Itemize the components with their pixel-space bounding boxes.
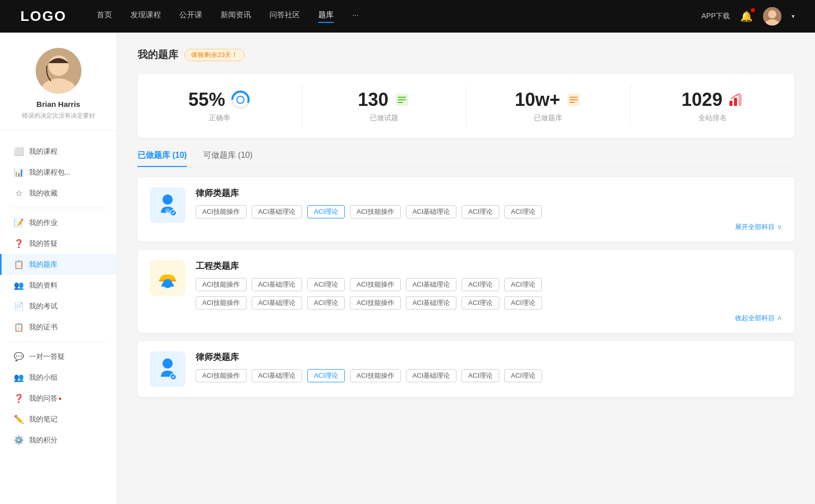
sidebar-item-group[interactable]: 👥 我的小组 bbox=[0, 367, 117, 388]
qbank-title-lawyer-1: 律师类题库 bbox=[196, 187, 782, 199]
sidebar-divider-2 bbox=[10, 342, 106, 342]
tag-engineer-1-5[interactable]: ACI理论 bbox=[461, 278, 499, 291]
tag-lawyer-1-6[interactable]: ACI理论 bbox=[504, 205, 542, 218]
sidebar-item-favorites[interactable]: ☆ 我的收藏 bbox=[0, 183, 117, 204]
nav-qa[interactable]: 问答社区 bbox=[269, 10, 300, 23]
collapse-link-engineer-1[interactable]: 收起全部科目 ∧ bbox=[196, 314, 782, 323]
tab-available-banks[interactable]: 可做题库 (10) bbox=[203, 150, 253, 167]
points-icon: ⚙️ bbox=[14, 435, 24, 445]
svg-rect-15 bbox=[569, 99, 578, 100]
group-icon: 👥 bbox=[14, 373, 24, 382]
sidebar-item-questions[interactable]: ❓ 我的问答 ● bbox=[0, 388, 117, 409]
sidebar-item-points[interactable]: ⚙️ 我的积分 bbox=[0, 430, 117, 451]
sidebar-item-one-on-one[interactable]: 💬 一对一答疑 bbox=[0, 346, 117, 367]
tag-engineer-2-6[interactable]: ACI理论 bbox=[504, 296, 542, 310]
sidebar-item-question-bank[interactable]: 📋 我的题库 bbox=[0, 254, 117, 275]
tag-engineer-2-3[interactable]: ACI技能操作 bbox=[350, 296, 401, 310]
sidebar-label-notes: 我的笔记 bbox=[29, 415, 58, 424]
app-download-link[interactable]: APP下载 bbox=[701, 12, 730, 21]
nav-news[interactable]: 新闻资讯 bbox=[221, 10, 251, 23]
sidebar-item-courses[interactable]: ⬜ 我的课程 bbox=[0, 141, 117, 162]
nav-home[interactable]: 首页 bbox=[97, 10, 112, 23]
stat-done-questions: 130 已做试题 bbox=[302, 84, 467, 128]
svg-point-25 bbox=[162, 358, 173, 369]
done-questions-icon bbox=[394, 92, 410, 108]
tag-engineer-2-2[interactable]: ACI理论 bbox=[307, 296, 345, 310]
sidebar-divider-1 bbox=[10, 208, 106, 208]
qbank-title-lawyer-2: 律师类题库 bbox=[196, 351, 782, 363]
qbank-title-engineer-1: 工程类题库 bbox=[196, 260, 782, 272]
svg-point-1 bbox=[768, 10, 776, 18]
sidebar-label-course-packages: 我的课程包... bbox=[29, 168, 71, 177]
page-header: 我的题库 体验剩余23天！ bbox=[138, 48, 795, 62]
notification-icon[interactable]: 🔔 bbox=[740, 10, 753, 22]
engineer-icon-1 bbox=[155, 265, 180, 291]
tag-lawyer-1-2[interactable]: ACI理论 bbox=[307, 205, 345, 218]
sidebar-label-one-on-one: 一对一答疑 bbox=[29, 352, 65, 361]
sidebar-item-exam[interactable]: 📄 我的考试 bbox=[0, 296, 117, 317]
stat-site-rank-value: 1029 bbox=[682, 89, 722, 110]
tag-engineer-1-2[interactable]: ACI理论 bbox=[307, 278, 345, 291]
page-title: 我的题库 bbox=[138, 48, 178, 62]
engineer-icon-box-1 bbox=[150, 260, 185, 296]
tag-lawyer-2-5[interactable]: ACI理论 bbox=[461, 369, 499, 382]
stat-site-rank: 1029 全站排名 bbox=[631, 84, 795, 128]
tag-engineer-2-1[interactable]: ACI基础理论 bbox=[252, 296, 303, 310]
favorites-icon: ☆ bbox=[14, 188, 24, 198]
notification-badge bbox=[751, 8, 755, 12]
sidebar-label-questions: 我的问答 bbox=[29, 394, 58, 403]
qbank-card-lawyer-1: 律师类题库 ACI技能操作 ACI基础理论 ACI理论 ACI技能操作 ACI基… bbox=[138, 177, 795, 242]
tag-lawyer-1-0[interactable]: ACI技能操作 bbox=[196, 205, 247, 218]
sidebar-item-profile[interactable]: 👥 我的资料 bbox=[0, 275, 117, 296]
sidebar-item-course-packages[interactable]: 📊 我的课程包... bbox=[0, 162, 117, 183]
sidebar-label-profile: 我的资料 bbox=[29, 281, 58, 290]
tag-lawyer-1-1[interactable]: ACI基础理论 bbox=[252, 205, 303, 218]
nav-open-course[interactable]: 公开课 bbox=[179, 10, 202, 23]
tag-engineer-2-0[interactable]: ACI技能操作 bbox=[196, 296, 247, 310]
exam-icon: 📄 bbox=[14, 301, 24, 311]
svg-rect-12 bbox=[398, 102, 403, 103]
tag-lawyer-2-6[interactable]: ACI理论 bbox=[504, 369, 542, 382]
questions-badge: ● bbox=[59, 396, 62, 401]
tag-lawyer-2-3[interactable]: ACI技能操作 bbox=[350, 369, 401, 382]
sidebar-item-answers[interactable]: ❓ 我的答疑 bbox=[0, 233, 117, 254]
tags-row-lawyer-1: ACI技能操作 ACI基础理论 ACI理论 ACI技能操作 ACI基础理论 AC… bbox=[196, 205, 782, 218]
tag-engineer-1-4[interactable]: ACI基础理论 bbox=[406, 278, 457, 291]
topnav-right: APP下载 🔔 ▾ bbox=[701, 7, 795, 25]
tag-lawyer-1-4[interactable]: ACI基础理论 bbox=[406, 205, 457, 218]
tag-engineer-1-3[interactable]: ACI技能操作 bbox=[350, 278, 401, 291]
tag-lawyer-1-3[interactable]: ACI技能操作 bbox=[350, 205, 401, 218]
profile-avatar bbox=[36, 48, 82, 94]
expand-link-lawyer-1[interactable]: 展开全部科目 ∨ bbox=[196, 222, 782, 232]
sidebar: Brian Harris 错误的决定比没有决定要好 ⬜ 我的课程 📊 我的课程包… bbox=[0, 33, 117, 504]
sidebar-item-certificate[interactable]: 📋 我的证书 bbox=[0, 317, 117, 338]
tag-lawyer-2-4[interactable]: ACI基础理论 bbox=[406, 369, 457, 382]
tag-lawyer-2-2[interactable]: ACI理论 bbox=[307, 369, 345, 382]
profile-icon: 👥 bbox=[14, 281, 24, 290]
tab-done-banks[interactable]: 已做题库 (10) bbox=[138, 150, 187, 167]
tag-engineer-1-1[interactable]: ACI基础理论 bbox=[252, 278, 303, 291]
answers-icon: ❓ bbox=[14, 239, 24, 248]
sidebar-item-notes[interactable]: ✏️ 我的笔记 bbox=[0, 409, 117, 430]
stat-done-banks-value: 10w+ bbox=[515, 89, 560, 110]
tag-engineer-2-4[interactable]: ACI基础理论 bbox=[406, 296, 457, 310]
tag-engineer-1-0[interactable]: ACI技能操作 bbox=[196, 278, 247, 291]
one-on-one-icon: 💬 bbox=[14, 352, 24, 361]
tag-engineer-2-5[interactable]: ACI理论 bbox=[461, 296, 499, 310]
user-avatar[interactable] bbox=[763, 7, 781, 25]
stat-done-banks: 10w+ 已做题库 bbox=[467, 84, 631, 128]
nav-discover[interactable]: 发现课程 bbox=[130, 10, 161, 23]
site-rank-icon bbox=[727, 92, 744, 108]
tag-lawyer-2-0[interactable]: ACI技能操作 bbox=[196, 369, 247, 382]
trial-badge: 体验剩余23天！ bbox=[184, 49, 244, 61]
stat-accuracy-value: 55% bbox=[188, 89, 225, 110]
nav-more[interactable]: ··· bbox=[352, 10, 359, 23]
user-menu-chevron[interactable]: ▾ bbox=[792, 13, 795, 20]
tag-engineer-1-6[interactable]: ACI理论 bbox=[504, 278, 542, 291]
nav-question-bank[interactable]: 题库 bbox=[318, 10, 334, 23]
logo: LOGO bbox=[20, 8, 66, 24]
tag-lawyer-1-5[interactable]: ACI理论 bbox=[461, 205, 499, 218]
sidebar-item-homework[interactable]: 📝 我的作业 bbox=[0, 212, 117, 233]
stat-done-banks-label: 已做题库 bbox=[534, 114, 562, 123]
tag-lawyer-2-1[interactable]: ACI基础理论 bbox=[252, 369, 303, 382]
